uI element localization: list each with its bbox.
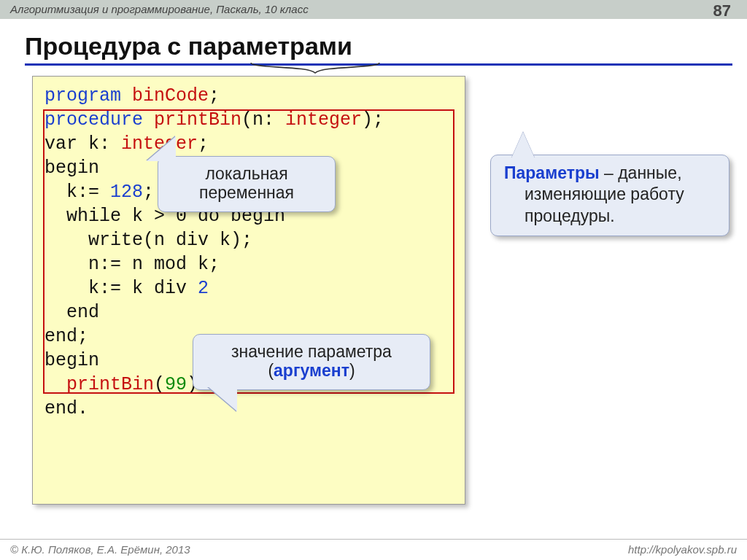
brace-icon — [249, 61, 381, 74]
arg-99: 99 — [165, 374, 187, 395]
callout-keyword: аргумент — [274, 361, 349, 380]
callout-tail-icon — [511, 132, 535, 158]
footer-url: http://kpolyakov.spb.ru — [628, 540, 737, 560]
slide-footer: © К.Ю. Поляков, Е.А. Ерёмин, 2013 http:/… — [0, 539, 747, 560]
id-bincode: binCode — [132, 85, 209, 106]
callout-text: локальная — [171, 164, 322, 183]
callout-tail-icon — [208, 386, 237, 411]
callout-local-variable: локальная переменная — [158, 156, 336, 212]
callout-parameters: Параметры – данные, изменяющие работу пр… — [490, 155, 729, 236]
callout-tail-icon — [147, 136, 176, 161]
code-box: program binCode; procedure printBin(n: i… — [32, 76, 465, 505]
lit-2: 2 — [198, 278, 209, 299]
callout-text: переменная — [171, 183, 322, 202]
type-integer: integer — [285, 109, 362, 131]
page-number: 87 — [713, 1, 731, 20]
breadcrumb: Алгоритмизация и программирование, Паска… — [10, 3, 309, 15]
slide: Алгоритмизация и программирование, Паска… — [0, 0, 747, 560]
call-printbin: printBin — [66, 374, 154, 395]
callout-text: значение параметра — [206, 342, 417, 361]
callout-keyword: Параметры — [504, 163, 600, 182]
slide-header: Алгоритмизация и программирование, Паска… — [0, 0, 747, 19]
callout-argument: значение параметра (аргумент) — [193, 334, 430, 390]
lit-128: 128 — [110, 182, 143, 203]
kw-program: program — [44, 85, 132, 106]
kw-procedure: procedure — [44, 109, 154, 131]
id-printbin: printBin — [154, 109, 241, 131]
footer-copyright: © К.Ю. Поляков, Е.А. Ерёмин, 2013 — [10, 540, 190, 560]
